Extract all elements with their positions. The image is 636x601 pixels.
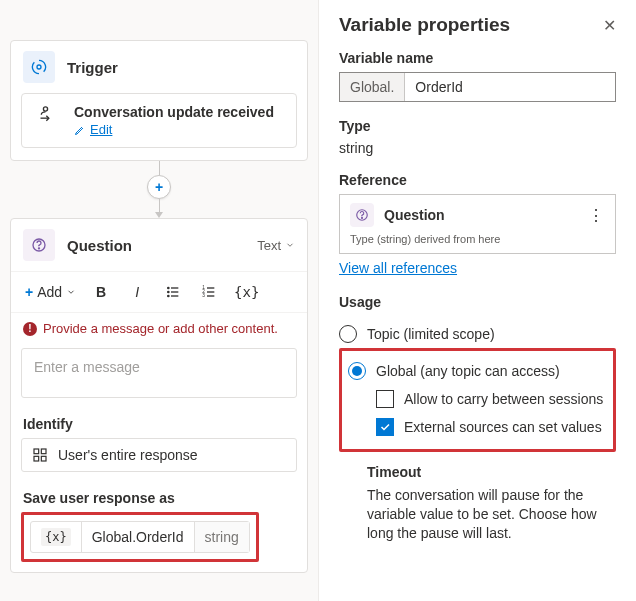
variable-prefix: Global.	[340, 73, 405, 101]
svg-point-8	[168, 295, 169, 296]
trigger-icon	[23, 51, 55, 83]
radio-unchecked-icon	[339, 325, 357, 343]
svg-rect-17	[41, 449, 46, 454]
identify-icon	[32, 447, 48, 463]
connector: +	[0, 161, 318, 218]
question-title: Question	[67, 237, 132, 254]
variable-properties-panel: Variable properties ✕ Variable name Glob…	[318, 0, 636, 601]
view-all-references-link[interactable]: View all references	[339, 260, 457, 276]
trigger-event-card[interactable]: Conversation update received Edit	[21, 93, 297, 148]
checkbox-checked-icon	[376, 418, 394, 436]
italic-button[interactable]: I	[122, 278, 152, 306]
chevron-down-icon	[285, 240, 295, 250]
svg-rect-16	[34, 449, 39, 454]
carry-sessions-checkbox[interactable]: Allow to carry between sessions	[348, 385, 607, 413]
save-highlight: {x} Global.OrderId string	[21, 512, 259, 562]
canvas: Trigger Conversation update received Edi…	[0, 0, 318, 601]
bulleted-list-button[interactable]	[158, 278, 188, 306]
add-button[interactable]: + Add	[21, 278, 80, 306]
question-icon	[350, 203, 374, 227]
svg-point-4	[168, 287, 169, 288]
reference-node-name: Question	[384, 207, 445, 223]
conversation-update-icon	[34, 104, 62, 124]
add-node-button[interactable]: +	[147, 175, 171, 199]
numbered-list-button[interactable]: 123	[194, 278, 224, 306]
svg-rect-19	[41, 456, 46, 461]
reference-label: Reference	[339, 172, 616, 188]
svg-point-1	[43, 107, 47, 111]
svg-text:3: 3	[202, 293, 205, 298]
timeout-description: The conversation will pause for the vari…	[339, 486, 616, 543]
timeout-label: Timeout	[339, 464, 616, 480]
trigger-title: Trigger	[67, 59, 118, 76]
trigger-event-name: Conversation update received	[74, 104, 274, 120]
identify-selector[interactable]: User's entire response	[21, 438, 297, 472]
svg-point-3	[38, 248, 39, 249]
message-input[interactable]: Enter a message	[21, 348, 297, 398]
edit-trigger-link[interactable]: Edit	[74, 122, 274, 137]
trigger-node: Trigger Conversation update received Edi…	[10, 40, 308, 161]
reference-subtitle: Type (string) derived from here	[350, 233, 605, 245]
checkbox-unchecked-icon	[376, 390, 394, 408]
svg-point-0	[37, 65, 41, 69]
svg-point-21	[362, 217, 363, 218]
identify-label: Identify	[11, 410, 307, 438]
question-icon	[23, 229, 55, 261]
type-label: Type	[339, 118, 616, 134]
close-panel-button[interactable]: ✕	[603, 16, 616, 35]
reference-box[interactable]: Question ⋮ Type (string) derived from he…	[339, 194, 616, 254]
usage-label: Usage	[339, 294, 616, 310]
bold-button[interactable]: B	[86, 278, 116, 306]
editor-toolbar: + Add B I 123 {x}	[11, 272, 307, 313]
variable-type-chip: string	[195, 522, 249, 552]
variable-name-chip: Global.OrderId	[82, 522, 195, 552]
external-set-checkbox[interactable]: External sources can set values	[348, 413, 607, 441]
svg-point-6	[168, 291, 169, 292]
usage-topic-radio[interactable]: Topic (limited scope)	[339, 320, 616, 348]
pencil-icon	[74, 124, 86, 136]
radio-checked-icon	[348, 362, 366, 380]
question-node: Question Text + Add B I 123 {x} !	[10, 218, 308, 573]
question-output-type[interactable]: Text	[257, 238, 295, 253]
panel-title: Variable properties	[339, 14, 510, 36]
variable-name-input[interactable]: Global. OrderId	[339, 72, 616, 102]
svg-rect-18	[34, 456, 39, 461]
save-response-label: Save user response as	[11, 484, 307, 512]
save-variable-selector[interactable]: {x} Global.OrderId string	[30, 521, 250, 553]
error-message: ! Provide a message or add other content…	[11, 313, 307, 344]
variable-icon: {x}	[41, 528, 71, 546]
reference-more-button[interactable]: ⋮	[588, 206, 605, 225]
usage-highlight: Global (any topic can access) Allow to c…	[339, 348, 616, 452]
variable-name-value[interactable]: OrderId	[405, 73, 615, 101]
usage-global-radio[interactable]: Global (any topic can access)	[348, 357, 607, 385]
variable-name-label: Variable name	[339, 50, 616, 66]
variable-button[interactable]: {x}	[230, 278, 263, 306]
error-icon: !	[23, 322, 37, 336]
chevron-down-icon	[66, 287, 76, 297]
type-value: string	[339, 140, 616, 156]
